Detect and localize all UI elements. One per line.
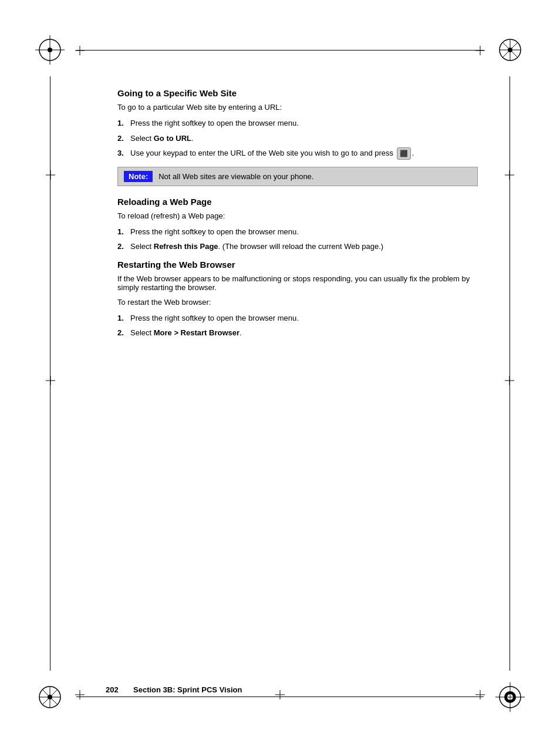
step-url-1: 1. Press the right softkey to open the b… [117, 117, 478, 129]
cross-left-mid [46, 170, 55, 181]
svg-point-15 [48, 695, 52, 699]
svg-point-9 [508, 48, 512, 52]
cross-right-mid [505, 170, 514, 181]
border-right [510, 76, 510, 671]
border-top [76, 50, 484, 51]
footer: 202 Section 3B: Sprint PCS Vision [106, 685, 484, 694]
section-heading-reload: Reloading a Web Page [117, 197, 478, 207]
section-going-to-url: Going to a Specific Web Site To go to a … [117, 88, 478, 186]
step-text-reload-2: Select Refresh this Page. (The browser w… [130, 241, 478, 253]
steps-list-restart: 1. Press the right softkey to open the b… [117, 312, 478, 339]
bold-refresh: Refresh this Page [154, 242, 218, 251]
section-heading-url: Going to a Specific Web Site [117, 88, 478, 98]
step-text-reload-1: Press the right softkey to open the brow… [130, 226, 478, 238]
reg-mark-br [495, 682, 525, 712]
step-num-restart-1: 1. [117, 312, 130, 324]
note-text: Not all Web sites are viewable on your p… [158, 172, 313, 181]
steps-list-reload: 1. Press the right softkey to open the b… [117, 226, 478, 253]
cross-tr [475, 46, 485, 57]
step-text-restart-1: Press the right softkey to open the brow… [130, 312, 478, 324]
step-num-reload-2: 2. [117, 241, 130, 253]
key-icon: ⬛ [397, 147, 411, 160]
step-text-url-3: Use your keypad to enter the URL of the … [130, 147, 478, 160]
step-num-url-2: 2. [117, 133, 130, 144]
note-box-url: Note: Not all Web sites are viewable on … [117, 167, 478, 186]
cross-right-lower [505, 376, 514, 387]
main-content: Going to a Specific Web Site To go to a … [106, 76, 484, 671]
section-body-restart: If the Web browser appears to be malfunc… [117, 274, 478, 292]
step-num-restart-2: 2. [117, 327, 130, 339]
step-url-3: 3. Use your keypad to enter the URL of t… [117, 147, 478, 160]
footer-section-text: Section 3B: Sprint PCS Vision [133, 685, 242, 694]
reg-mark-bl [35, 682, 65, 712]
bold-goto-url: Go to URL [154, 134, 191, 143]
steps-list-url: 1. Press the right softkey to open the b… [117, 117, 478, 160]
step-url-2: 2. Select Go to URL. [117, 133, 478, 144]
step-num-reload-1: 1. [117, 226, 130, 238]
page: Going to a Specific Web Site To go to a … [0, 0, 560, 747]
step-reload-1: 1. Press the right softkey to open the b… [117, 226, 478, 238]
step-text-restart-2: Select More > Restart Browser. [130, 327, 478, 339]
section-intro2-restart: To restart the Web browser: [117, 298, 478, 307]
section-reloading: Reloading a Web Page To reload (refresh)… [117, 197, 478, 253]
step-reload-2: 2. Select Refresh this Page. (The browse… [117, 241, 478, 253]
step-num-url-3: 3. [117, 147, 130, 159]
step-restart-1: 1. Press the right softkey to open the b… [117, 312, 478, 324]
section-intro-url: To go to a particular Web site by enteri… [117, 103, 478, 112]
step-text-url-1: Press the right softkey to open the brow… [130, 117, 478, 129]
border-left [50, 76, 50, 671]
step-text-url-2: Select Go to URL. [130, 133, 478, 144]
section-intro-reload: To reload (refresh) a Web page: [117, 211, 478, 220]
footer-page-number: 202 [106, 685, 119, 694]
step-restart-2: 2. Select More > Restart Browser. [117, 327, 478, 339]
cross-bl [75, 690, 85, 701]
reg-mark-tr [495, 35, 525, 65]
step-num-url-1: 1. [117, 117, 130, 129]
reg-mark-tl [35, 35, 65, 65]
section-heading-restart: Restarting the Web Browser [117, 260, 478, 270]
border-bottom [76, 696, 484, 697]
bold-more-restart: More > Restart Browser [154, 328, 239, 337]
cross-left-lower [46, 376, 55, 387]
cross-tl [75, 46, 85, 57]
note-label: Note: [124, 171, 153, 182]
section-restarting: Restarting the Web Browser If the Web br… [117, 260, 478, 339]
